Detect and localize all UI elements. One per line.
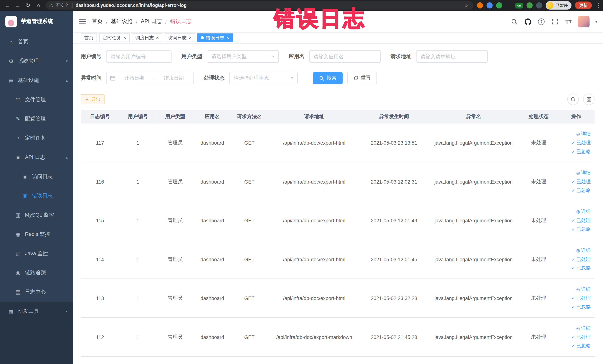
browser-back-icon[interactable]: ←: [4, 2, 11, 8]
extension-icon-7[interactable]: [536, 2, 542, 8]
sidebar-item-access-log[interactable]: ▣访问日志: [0, 167, 73, 186]
github-icon[interactable]: [524, 18, 532, 25]
browser-home-icon[interactable]: ⌂: [35, 2, 42, 8]
close-icon[interactable]: ×: [189, 35, 192, 40]
cell-log-id: 117: [81, 124, 119, 162]
eye-icon: ◎: [576, 171, 580, 175]
sidebar-item-log-center[interactable]: ▤日志中心: [0, 282, 73, 302]
cell-method: GET: [231, 201, 268, 240]
extension-icon-2[interactable]: [487, 2, 493, 8]
tab-schedule-log[interactable]: 调度日志×: [132, 33, 162, 42]
user-avatar[interactable]: [578, 16, 590, 27]
profile-chip[interactable]: 已暂停: [546, 1, 571, 10]
cell-user-id: 1: [119, 279, 156, 317]
processed-link[interactable]: ✓已处理: [572, 178, 591, 185]
column-header: 请求地址: [268, 110, 360, 124]
sidebar-item-system-management[interactable]: ⚙系统管理▾: [0, 52, 73, 71]
browser-reload-icon[interactable]: ↻: [25, 2, 32, 8]
sidebar-item-mysql-monitor[interactable]: ▥MySQL 监控: [0, 205, 73, 225]
table-row: 1161管理员dashboardGET/api/infra/db-doc/exp…: [81, 163, 595, 201]
processed-link[interactable]: ✓已处理: [572, 217, 591, 224]
app-name-input[interactable]: [309, 50, 381, 63]
bookmark-star-icon[interactable]: ☆: [463, 2, 470, 8]
close-icon[interactable]: ×: [156, 35, 159, 40]
sidebar-item-label: 错误日志: [32, 192, 68, 199]
processed-link[interactable]: ✓已处理: [572, 256, 591, 263]
detail-link[interactable]: ◎详细: [576, 169, 591, 176]
extension-icon-1[interactable]: [477, 2, 483, 8]
cell-time: 2021-05-03 12:02:31: [360, 163, 428, 201]
ignored-link[interactable]: ✓已忽略: [572, 187, 591, 194]
processed-link[interactable]: ✓已处理: [572, 140, 591, 146]
tab-scheduled-jobs[interactable]: 定时任务×: [99, 33, 129, 42]
detail-link[interactable]: ◎详细: [576, 208, 591, 215]
detail-link[interactable]: ◎详细: [576, 130, 591, 137]
sidebar-toggle-icon[interactable]: [79, 19, 86, 24]
extension-icon-6[interactable]: [526, 2, 533, 8]
sidebar-item-label: 文件管理: [25, 96, 68, 103]
sidebar-item-scheduled-jobs[interactable]: ◔定时任务: [0, 129, 73, 148]
breadcrumb-item[interactable]: 错误日志: [170, 18, 192, 25]
browser-forward-icon[interactable]: →: [14, 2, 21, 8]
sidebar-item-label: 链路追踪: [25, 269, 68, 276]
request-url-input[interactable]: [416, 50, 487, 63]
user-id-input[interactable]: [106, 50, 172, 63]
cell-actions: ◎详细✓已处理✓已忽略: [557, 240, 594, 279]
eye-icon: ◎: [576, 132, 580, 136]
sidebar-item-config-management[interactable]: ✎配置管理: [0, 109, 73, 129]
extension-icon-on-badge[interactable]: on: [515, 2, 523, 8]
fullscreen-icon[interactable]: [551, 18, 559, 25]
filter-process-status: 处理状态 请选择处理状态 ▼: [204, 72, 298, 84]
browser-update-button[interactable]: 更新: [575, 1, 592, 9]
tab-home[interactable]: 首页: [81, 33, 97, 42]
sidebar-item-java-monitor[interactable]: ▧Java 监控: [0, 244, 73, 263]
tab-error-log[interactable]: 错误日志×: [197, 33, 233, 42]
processed-link[interactable]: ✓已处理: [572, 334, 591, 340]
browser-menu-icon[interactable]: ⋮: [595, 2, 599, 9]
ignored-link[interactable]: ✓已忽略: [572, 343, 591, 349]
detail-link[interactable]: ◎详细: [576, 286, 591, 293]
column-settings-button[interactable]: [583, 94, 594, 105]
page-content: 用户编号 用户类型 请选择用户类型 ▼ 应用名: [73, 43, 603, 364]
export-button[interactable]: 导出: [81, 94, 105, 104]
extension-icon-3[interactable]: [496, 2, 502, 8]
breadcrumb-item[interactable]: 基础设施: [111, 18, 133, 25]
sidebar-item-infrastructure[interactable]: ▤基础设施▴: [0, 71, 73, 90]
caret-down-icon[interactable]: ▾: [595, 20, 597, 24]
tab-access-log[interactable]: 访问日志×: [165, 33, 195, 42]
sidebar-item-home[interactable]: ⌂首页: [0, 32, 73, 52]
tab-label: 首页: [84, 35, 93, 41]
detail-link[interactable]: ◎详细: [576, 247, 591, 254]
ignored-link[interactable]: ✓已忽略: [572, 226, 591, 233]
sidebar-item-dev-tools[interactable]: ▩研发工具▾: [0, 302, 73, 321]
filter-label-user-type: 用户类型: [182, 53, 202, 60]
detail-link[interactable]: ◎详细: [576, 325, 591, 331]
chevron-down-icon: ▾: [66, 309, 68, 313]
breadcrumb-item[interactable]: 首页: [92, 18, 103, 25]
breadcrumb: 首页/基础设施/API 日志/错误日志: [92, 18, 192, 25]
process-status-select[interactable]: 请选择处理状态 ▼: [229, 72, 298, 84]
search-icon[interactable]: [511, 18, 518, 25]
help-icon[interactable]: ?: [538, 18, 545, 25]
breadcrumb-item[interactable]: API 日志: [141, 18, 162, 25]
refresh-button[interactable]: [567, 94, 579, 105]
sidebar-item-file-management[interactable]: ▢文件管理: [0, 90, 73, 109]
sidebar-item-trace[interactable]: ◉链路追踪: [0, 263, 73, 282]
font-size-icon[interactable]: TT: [565, 18, 572, 25]
user-type-select[interactable]: 请选择用户类型 ▼: [207, 50, 279, 63]
address-bar[interactable]: ⚠ 不安全 | dashboard.yudao.iocoder.cn/infra…: [46, 1, 474, 10]
reset-button[interactable]: 重置: [347, 72, 377, 84]
ignored-link[interactable]: ✓已忽略: [572, 304, 591, 310]
extension-icon-4[interactable]: [506, 2, 512, 8]
filter-app-name: 应用名: [289, 50, 381, 63]
processed-link[interactable]: ✓已处理: [572, 295, 591, 301]
ignored-link[interactable]: ✓已忽略: [572, 265, 591, 271]
ignored-link[interactable]: ✓已忽略: [572, 148, 591, 155]
exception-time-range-picker[interactable]: 开始日期 - 结束日期: [106, 72, 194, 84]
sidebar-item-api-log[interactable]: ▣API 日志▴: [0, 148, 73, 167]
close-icon[interactable]: ×: [227, 35, 229, 40]
sidebar-item-redis-monitor[interactable]: ▦Redis 监控: [0, 225, 73, 244]
search-button[interactable]: 搜索: [313, 72, 343, 84]
sidebar-item-error-log[interactable]: ▣错误日志: [0, 186, 73, 205]
close-icon[interactable]: ×: [123, 35, 126, 40]
